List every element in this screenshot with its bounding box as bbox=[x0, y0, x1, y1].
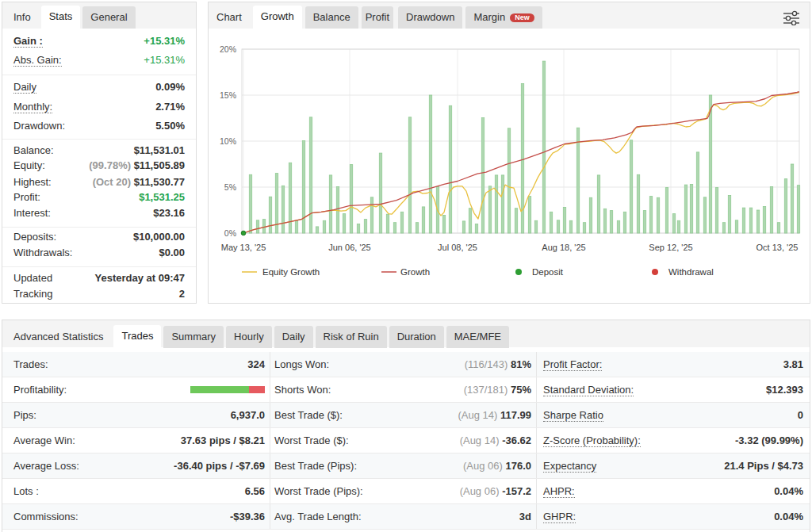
svg-text:Growth: Growth bbox=[400, 267, 430, 277]
svg-text:Jul 08, '25: Jul 08, '25 bbox=[438, 243, 477, 252]
svg-text:Withdrawal: Withdrawal bbox=[668, 267, 714, 277]
svg-text:20%: 20% bbox=[220, 44, 236, 54]
svg-text:Oct 13, '25: Oct 13, '25 bbox=[756, 243, 799, 252]
svg-text:15%: 15% bbox=[220, 90, 236, 100]
svg-text:Equity Growth: Equity Growth bbox=[262, 267, 320, 277]
svg-text:May 13, '25: May 13, '25 bbox=[221, 243, 266, 252]
svg-text:Jun 06, '25: Jun 06, '25 bbox=[328, 243, 370, 252]
svg-text:0%: 0% bbox=[224, 228, 236, 238]
svg-text:10%: 10% bbox=[220, 136, 236, 146]
svg-text:Sep 12, '25: Sep 12, '25 bbox=[649, 243, 692, 252]
svg-text:Deposit: Deposit bbox=[532, 267, 564, 277]
svg-text:5%: 5% bbox=[224, 182, 236, 192]
svg-text:Aug 18, '25: Aug 18, '25 bbox=[542, 243, 585, 252]
